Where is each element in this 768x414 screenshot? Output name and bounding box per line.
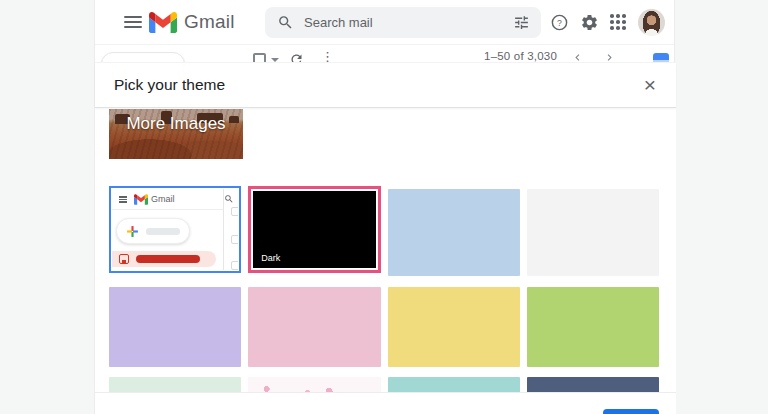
bar — [119, 196, 127, 198]
mini-search-icon — [224, 194, 234, 204]
dot — [616, 20, 620, 24]
theme-teal[interactable] — [388, 377, 520, 393]
theme-photo-more-images[interactable]: More Images — [109, 109, 243, 159]
dot — [610, 14, 614, 18]
dot — [616, 26, 620, 30]
search-icon[interactable] — [277, 14, 294, 31]
bar — [119, 201, 127, 203]
mini-inbox-icon — [119, 254, 129, 264]
gmail-logo-icon[interactable] — [149, 12, 177, 33]
fill — [122, 260, 126, 263]
mini-compose-pill — [116, 218, 190, 244]
hamburger-bar — [124, 26, 142, 28]
mini-checkbox — [231, 261, 238, 270]
mini-red-bar — [136, 255, 200, 263]
mini-gmail-logo-icon — [134, 194, 148, 205]
hamburger-bar — [124, 21, 142, 23]
dot — [616, 14, 620, 18]
mini-checkbox — [231, 235, 238, 244]
dark-theme-label: Dark — [261, 253, 280, 263]
mail-toolbar: ⋮ 1–50 of 3,030 — [95, 45, 674, 62]
mini-inbox-row — [112, 251, 216, 267]
hamburger-bar — [124, 16, 142, 18]
mini-hamburger-icon — [119, 196, 127, 202]
dark-swatch: Dark — [253, 191, 375, 268]
dialog-header: Pick your theme × — [95, 63, 676, 108]
more-images-label: More Images — [109, 114, 243, 134]
help-icon[interactable]: ? — [550, 13, 569, 32]
dot — [622, 14, 626, 18]
svg-text:?: ? — [557, 18, 562, 28]
close-icon[interactable]: × — [636, 71, 664, 99]
dialog-body: More Images — [95, 108, 676, 393]
dot — [622, 26, 626, 30]
dot — [610, 26, 614, 30]
mini-gray-bar — [146, 228, 180, 235]
mini-checkbox — [231, 207, 238, 216]
dot — [610, 20, 614, 24]
theme-pink[interactable] — [248, 287, 380, 367]
mini-gmail-preview: Gmail — [112, 189, 238, 270]
settings-gear-icon[interactable] — [580, 13, 599, 32]
search-options-icon[interactable] — [513, 14, 530, 31]
pagination-label: 1–50 of 3,030 — [484, 50, 557, 62]
google-apps-grid-icon[interactable] — [610, 14, 626, 30]
theme-blossom[interactable] — [248, 377, 380, 393]
theme-soft-blue[interactable] — [388, 189, 520, 276]
gmail-window: Gmail Search mail ? — [94, 0, 675, 414]
search-placeholder: Search mail — [304, 15, 513, 30]
dot — [622, 20, 626, 24]
app-header: Gmail Search mail ? — [95, 0, 674, 45]
app-title: Gmail — [184, 11, 235, 33]
theme-lavender[interactable] — [109, 287, 241, 367]
profile-avatar[interactable] — [638, 9, 665, 36]
search-input[interactable]: Search mail — [265, 7, 541, 38]
save-button[interactable] — [603, 409, 659, 414]
theme-mint[interactable] — [109, 377, 241, 393]
theme-grid: Gmail — [109, 186, 659, 393]
screen: Gmail Search mail ? — [0, 0, 768, 414]
theme-yellow[interactable] — [388, 287, 520, 367]
theme-light-gray[interactable] — [527, 189, 659, 276]
theme-picker-dialog: Pick your theme × More Images — [95, 62, 676, 414]
mini-multicolor-plus-icon — [126, 225, 139, 238]
theme-green[interactable] — [527, 287, 659, 367]
theme-light-preview[interactable]: Gmail — [109, 186, 241, 273]
theme-dark[interactable]: Dark — [248, 186, 380, 273]
dialog-title: Pick your theme — [114, 76, 225, 94]
mini-brand-label: Gmail — [151, 194, 175, 204]
bar — [119, 199, 127, 201]
dialog-footer — [95, 392, 676, 414]
hamburger-menu-icon[interactable] — [124, 16, 142, 28]
theme-slate-blue[interactable] — [527, 377, 659, 393]
